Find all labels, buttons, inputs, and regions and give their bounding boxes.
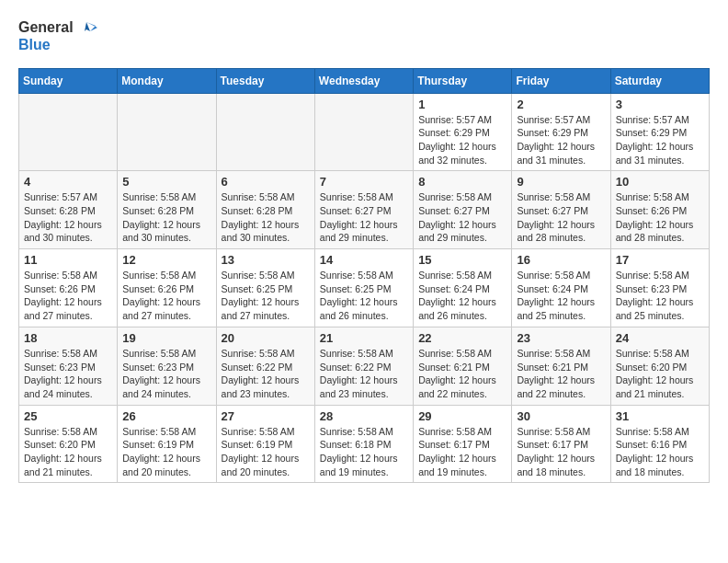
day-number: 24 xyxy=(616,331,704,345)
day-detail: Sunrise: 5:58 AMSunset: 6:22 PMDaylight:… xyxy=(320,347,408,401)
calendar-cell: 3Sunrise: 5:57 AMSunset: 6:29 PMDaylight… xyxy=(610,93,709,171)
day-detail: Sunrise: 5:58 AMSunset: 6:21 PMDaylight:… xyxy=(418,347,506,401)
calendar-cell: 21Sunrise: 5:58 AMSunset: 6:22 PMDayligh… xyxy=(314,327,413,405)
day-number: 5 xyxy=(122,175,210,189)
day-detail: Sunrise: 5:58 AMSunset: 6:17 PMDaylight:… xyxy=(418,425,506,479)
calendar-table: SundayMondayTuesdayWednesdayThursdayFrid… xyxy=(18,68,710,484)
calendar-week-3: 11Sunrise: 5:58 AMSunset: 6:26 PMDayligh… xyxy=(19,249,710,327)
calendar-cell: 9Sunrise: 5:58 AMSunset: 6:27 PMDaylight… xyxy=(512,171,610,249)
calendar-cell: 6Sunrise: 5:58 AMSunset: 6:28 PMDaylight… xyxy=(216,171,314,249)
day-number: 16 xyxy=(517,253,605,267)
day-detail: Sunrise: 5:58 AMSunset: 6:27 PMDaylight:… xyxy=(418,190,506,245)
weekday-header-wednesday: Wednesday xyxy=(314,68,413,93)
weekday-header-friday: Friday xyxy=(512,68,610,93)
day-detail: Sunrise: 5:57 AMSunset: 6:28 PMDaylight:… xyxy=(24,190,112,245)
calendar-cell: 11Sunrise: 5:58 AMSunset: 6:26 PMDayligh… xyxy=(19,249,118,327)
calendar-cell: 24Sunrise: 5:58 AMSunset: 6:20 PMDayligh… xyxy=(610,327,709,405)
day-detail: Sunrise: 5:57 AMSunset: 6:29 PMDaylight:… xyxy=(517,113,605,167)
day-detail: Sunrise: 5:58 AMSunset: 6:16 PMDaylight:… xyxy=(616,425,704,479)
page-header: General Blue xyxy=(18,18,710,53)
day-detail: Sunrise: 5:58 AMSunset: 6:26 PMDaylight:… xyxy=(24,269,112,323)
weekday-header-tuesday: Tuesday xyxy=(216,68,314,93)
calendar-cell xyxy=(19,93,118,171)
calendar-cell: 14Sunrise: 5:58 AMSunset: 6:25 PMDayligh… xyxy=(314,249,413,327)
calendar-cell: 10Sunrise: 5:58 AMSunset: 6:26 PMDayligh… xyxy=(610,171,709,249)
day-detail: Sunrise: 5:58 AMSunset: 6:20 PMDaylight:… xyxy=(616,347,704,401)
logo-bird-icon xyxy=(77,18,99,37)
calendar-cell: 28Sunrise: 5:58 AMSunset: 6:18 PMDayligh… xyxy=(314,405,413,483)
day-number: 11 xyxy=(24,253,112,267)
day-number: 6 xyxy=(222,175,310,189)
day-number: 25 xyxy=(24,409,112,423)
day-detail: Sunrise: 5:58 AMSunset: 6:25 PMDaylight:… xyxy=(222,269,310,323)
calendar-cell xyxy=(314,93,413,171)
calendar-cell: 26Sunrise: 5:58 AMSunset: 6:19 PMDayligh… xyxy=(118,405,216,483)
calendar-cell: 2Sunrise: 5:57 AMSunset: 6:29 PMDaylight… xyxy=(512,93,610,171)
weekday-header-monday: Monday xyxy=(118,68,216,93)
calendar-cell: 20Sunrise: 5:58 AMSunset: 6:22 PMDayligh… xyxy=(216,327,314,405)
day-detail: Sunrise: 5:58 AMSunset: 6:18 PMDaylight:… xyxy=(320,425,408,479)
calendar-week-5: 25Sunrise: 5:58 AMSunset: 6:20 PMDayligh… xyxy=(19,405,710,483)
calendar-header: SundayMondayTuesdayWednesdayThursdayFrid… xyxy=(19,68,710,93)
day-detail: Sunrise: 5:58 AMSunset: 6:28 PMDaylight:… xyxy=(122,190,210,245)
day-number: 20 xyxy=(222,331,310,345)
day-number: 30 xyxy=(517,409,605,423)
day-detail: Sunrise: 5:58 AMSunset: 6:23 PMDaylight:… xyxy=(24,347,112,401)
day-detail: Sunrise: 5:58 AMSunset: 6:21 PMDaylight:… xyxy=(517,347,605,401)
day-number: 10 xyxy=(616,175,704,189)
weekday-header-sunday: Sunday xyxy=(19,68,118,93)
calendar-cell: 5Sunrise: 5:58 AMSunset: 6:28 PMDaylight… xyxy=(118,171,216,249)
calendar-cell: 18Sunrise: 5:58 AMSunset: 6:23 PMDayligh… xyxy=(19,327,118,405)
day-number: 8 xyxy=(418,175,506,189)
calendar-cell: 12Sunrise: 5:58 AMSunset: 6:26 PMDayligh… xyxy=(118,249,216,327)
calendar-cell: 16Sunrise: 5:58 AMSunset: 6:24 PMDayligh… xyxy=(512,249,610,327)
weekday-header-thursday: Thursday xyxy=(414,68,512,93)
day-number: 9 xyxy=(517,175,605,189)
calendar-cell: 27Sunrise: 5:58 AMSunset: 6:19 PMDayligh… xyxy=(216,405,314,483)
day-number: 18 xyxy=(24,331,112,345)
calendar-cell: 7Sunrise: 5:58 AMSunset: 6:27 PMDaylight… xyxy=(314,171,413,249)
day-detail: Sunrise: 5:58 AMSunset: 6:27 PMDaylight:… xyxy=(517,190,605,245)
day-detail: Sunrise: 5:58 AMSunset: 6:25 PMDaylight:… xyxy=(320,269,408,323)
calendar-cell: 15Sunrise: 5:58 AMSunset: 6:24 PMDayligh… xyxy=(414,249,512,327)
day-number: 28 xyxy=(320,409,408,423)
calendar-cell: 25Sunrise: 5:58 AMSunset: 6:20 PMDayligh… xyxy=(19,405,118,483)
calendar-cell: 8Sunrise: 5:58 AMSunset: 6:27 PMDaylight… xyxy=(414,171,512,249)
day-number: 22 xyxy=(418,331,506,345)
calendar-week-4: 18Sunrise: 5:58 AMSunset: 6:23 PMDayligh… xyxy=(19,327,710,405)
day-detail: Sunrise: 5:58 AMSunset: 6:24 PMDaylight:… xyxy=(517,269,605,323)
day-number: 1 xyxy=(418,98,506,111)
calendar-cell xyxy=(118,93,216,171)
day-number: 27 xyxy=(222,409,310,423)
calendar-week-2: 4Sunrise: 5:57 AMSunset: 6:28 PMDaylight… xyxy=(19,171,710,249)
calendar-week-1: 1Sunrise: 5:57 AMSunset: 6:29 PMDaylight… xyxy=(19,93,710,171)
day-detail: Sunrise: 5:57 AMSunset: 6:29 PMDaylight:… xyxy=(418,113,506,167)
calendar-cell: 23Sunrise: 5:58 AMSunset: 6:21 PMDayligh… xyxy=(512,327,610,405)
day-number: 14 xyxy=(320,253,408,267)
logo-general: General xyxy=(18,19,74,36)
calendar-cell: 1Sunrise: 5:57 AMSunset: 6:29 PMDaylight… xyxy=(414,93,512,171)
day-number: 29 xyxy=(418,409,506,423)
day-detail: Sunrise: 5:58 AMSunset: 6:26 PMDaylight:… xyxy=(122,269,210,323)
calendar-cell: 30Sunrise: 5:58 AMSunset: 6:17 PMDayligh… xyxy=(512,405,610,483)
day-number: 19 xyxy=(122,331,210,345)
day-number: 13 xyxy=(222,253,310,267)
day-number: 15 xyxy=(418,253,506,267)
logo-blue: Blue xyxy=(18,37,51,53)
day-number: 12 xyxy=(122,253,210,267)
day-number: 23 xyxy=(517,331,605,345)
calendar-cell: 29Sunrise: 5:58 AMSunset: 6:17 PMDayligh… xyxy=(414,405,512,483)
day-detail: Sunrise: 5:58 AMSunset: 6:23 PMDaylight:… xyxy=(122,347,210,401)
logo: General Blue xyxy=(18,18,99,53)
weekday-header-saturday: Saturday xyxy=(610,68,709,93)
day-number: 7 xyxy=(320,175,408,189)
calendar-cell: 19Sunrise: 5:58 AMSunset: 6:23 PMDayligh… xyxy=(118,327,216,405)
day-number: 3 xyxy=(616,98,704,111)
calendar-cell: 22Sunrise: 5:58 AMSunset: 6:21 PMDayligh… xyxy=(414,327,512,405)
day-detail: Sunrise: 5:58 AMSunset: 6:20 PMDaylight:… xyxy=(24,425,112,479)
calendar-cell: 31Sunrise: 5:58 AMSunset: 6:16 PMDayligh… xyxy=(610,405,709,483)
day-number: 26 xyxy=(122,409,210,423)
day-detail: Sunrise: 5:58 AMSunset: 6:22 PMDaylight:… xyxy=(222,347,310,401)
day-detail: Sunrise: 5:58 AMSunset: 6:17 PMDaylight:… xyxy=(517,425,605,479)
day-detail: Sunrise: 5:58 AMSunset: 6:27 PMDaylight:… xyxy=(320,190,408,245)
